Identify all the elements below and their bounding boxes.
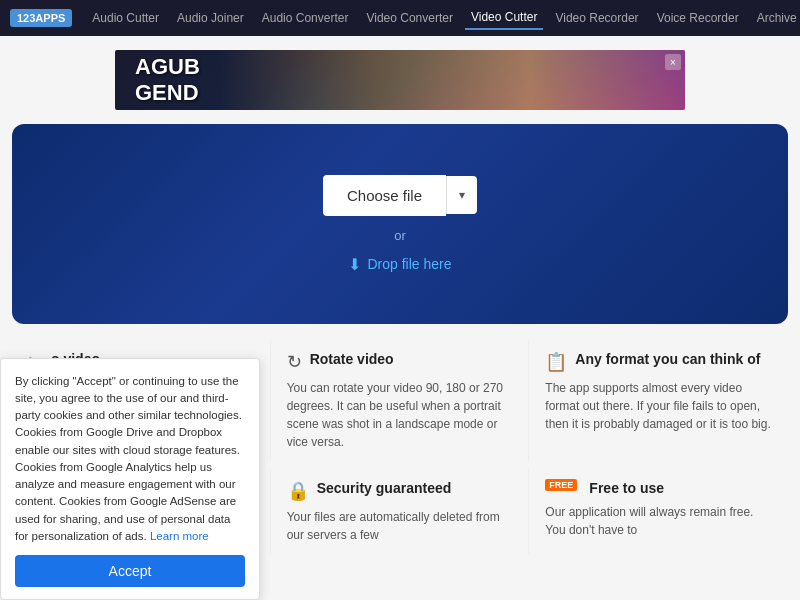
nav-voice-recorder[interactable]: Voice Recorder [651, 7, 745, 29]
choose-file-group: Choose file ▾ [323, 175, 477, 216]
feature-desc-3: The app supports almost every video form… [545, 379, 772, 433]
feature-rotate-video: ↻ Rotate video You can rotate your video… [271, 340, 530, 461]
feature-title-2: Rotate video [310, 350, 394, 368]
feature-header-2: ↻ Rotate video [287, 350, 513, 373]
free-badge: FREE [545, 479, 577, 491]
nav-archive-extractor[interactable]: Archive Extractor [751, 7, 800, 29]
feature-header-5: 🔒 Security guaranteed [287, 479, 513, 502]
nav-audio-converter[interactable]: Audio Converter [256, 7, 355, 29]
hero-section: Choose file ▾ or ⬇ Drop file here [12, 124, 788, 324]
feature-desc-6: Our application will always remain free.… [545, 503, 772, 539]
cookie-accept-button[interactable]: Accept [15, 555, 245, 587]
cookie-text: By clicking "Accept" or continuing to us… [15, 373, 245, 546]
security-icon: 🔒 [287, 480, 309, 502]
nav-audio-cutter[interactable]: Audio Cutter [86, 7, 165, 29]
feature-free: FREE Free to use Our application will al… [529, 469, 788, 554]
ad-banner: AGUBGEND × [115, 50, 685, 110]
feature-security: 🔒 Security guaranteed Your files are aut… [271, 469, 530, 554]
feature-header-6: FREE Free to use [545, 479, 772, 497]
navbar: 123APPS Audio Cutter Audio Joiner Audio … [0, 0, 800, 36]
drop-file-label: Drop file here [367, 256, 451, 272]
nav-video-recorder[interactable]: Video Recorder [549, 7, 644, 29]
logo[interactable]: 123APPS [10, 9, 72, 27]
feature-title-6: Free to use [589, 479, 664, 497]
drop-file-area[interactable]: ⬇ Drop file here [348, 255, 451, 274]
ad-text: AGUBGEND [115, 54, 220, 106]
cookie-banner: By clicking "Accept" or continuing to us… [0, 358, 260, 601]
ad-close-button[interactable]: × [665, 54, 681, 70]
choose-file-dropdown[interactable]: ▾ [446, 176, 477, 214]
feature-title-3: Any format you can think of [575, 350, 760, 368]
feature-any-format: 📋 Any format you can think of The app su… [529, 340, 788, 461]
feature-header-3: 📋 Any format you can think of [545, 350, 772, 373]
feature-desc-5: Your files are automatically deleted fro… [287, 508, 513, 544]
nav-video-cutter[interactable]: Video Cutter [465, 6, 544, 30]
format-icon: 📋 [545, 351, 567, 373]
feature-title-5: Security guaranteed [317, 479, 452, 497]
feature-desc-2: You can rotate your video 90, 180 or 270… [287, 379, 513, 451]
nav-audio-joiner[interactable]: Audio Joiner [171, 7, 250, 29]
choose-file-button[interactable]: Choose file [323, 175, 446, 216]
learn-more-link[interactable]: Learn more [150, 530, 209, 542]
download-icon: ⬇ [348, 255, 361, 274]
rotate-icon: ↻ [287, 351, 302, 373]
or-label: or [394, 228, 406, 243]
nav-video-converter[interactable]: Video Converter [360, 7, 459, 29]
